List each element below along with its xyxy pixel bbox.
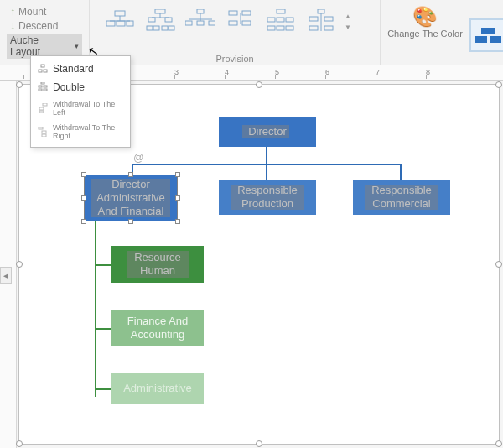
layout-thumb-2[interactable] bbox=[143, 5, 177, 39]
connector bbox=[95, 388, 111, 390]
mount-label: Mount bbox=[18, 6, 46, 18]
svg-rect-15 bbox=[197, 9, 204, 13]
resize-handle[interactable] bbox=[256, 81, 262, 88]
chevron-left-icon: ◄ bbox=[2, 271, 10, 280]
resize-handle[interactable] bbox=[16, 440, 23, 447]
selection-handle[interactable] bbox=[81, 219, 86, 224]
selection-handle[interactable] bbox=[128, 172, 133, 177]
change-color-button[interactable]: 🎨 Change The Color bbox=[387, 2, 463, 39]
dropdown-label: Withdrawal To The Right bbox=[53, 123, 123, 140]
selection-handle[interactable] bbox=[175, 195, 180, 201]
ruler-mark: 4 bbox=[225, 68, 229, 76]
org-node-hr[interactable]: Resource Human bbox=[111, 246, 204, 283]
gallery-scroll[interactable]: ▲ ▼ bbox=[345, 5, 353, 39]
svg-rect-44 bbox=[44, 86, 47, 87]
svg-rect-35 bbox=[309, 17, 318, 21]
svg-rect-26 bbox=[277, 9, 285, 13]
dropdown-item-standard[interactable]: Standard bbox=[31, 60, 130, 78]
svg-rect-42 bbox=[41, 82, 44, 84]
svg-rect-50 bbox=[39, 127, 43, 129]
layout-dropdown-menu: Standard Double Withdrawal To The Left W… bbox=[30, 55, 131, 148]
mount-button[interactable]: ↑ Mount bbox=[7, 5, 82, 18]
descend-label: Descend bbox=[18, 20, 58, 32]
org-node-label: Resource Human bbox=[117, 251, 199, 279]
svg-rect-12 bbox=[153, 26, 159, 30]
connector bbox=[95, 221, 96, 397]
svg-rect-39 bbox=[41, 65, 44, 67]
svg-rect-13 bbox=[162, 26, 168, 30]
dropdown-item-double[interactable]: Double bbox=[31, 78, 130, 96]
svg-rect-0 bbox=[115, 11, 125, 16]
selection-handle[interactable] bbox=[81, 195, 86, 201]
org-icon bbox=[38, 64, 48, 74]
svg-rect-33 bbox=[318, 9, 324, 13]
ruler-mark: 6 bbox=[325, 68, 329, 76]
selection-handle[interactable] bbox=[175, 219, 180, 224]
ruler-mark: 7 bbox=[376, 68, 380, 76]
svg-rect-36 bbox=[309, 26, 318, 30]
svg-rect-6 bbox=[155, 9, 165, 13]
svg-rect-5 bbox=[127, 21, 133, 26]
layout-thumb-3[interactable] bbox=[184, 5, 217, 39]
selection-handle[interactable] bbox=[81, 172, 86, 177]
connector bbox=[266, 147, 267, 164]
org-node-label: Director Administrative And Financial bbox=[90, 178, 172, 219]
svg-rect-22 bbox=[242, 11, 251, 15]
svg-rect-32 bbox=[286, 26, 293, 30]
layout-thumb-4[interactable] bbox=[224, 5, 257, 39]
dropdown-item-withdrawal-left[interactable]: Withdrawal To The Left bbox=[31, 96, 130, 120]
org-node-daf[interactable]: Director Administrative And Financial bbox=[85, 175, 177, 221]
chevron-down-icon: ▾ bbox=[75, 42, 79, 50]
connector bbox=[266, 164, 267, 180]
layout-label: Auche Layout bbox=[10, 34, 71, 58]
svg-rect-21 bbox=[229, 11, 237, 15]
selection-handle[interactable] bbox=[175, 172, 180, 177]
resize-handle[interactable] bbox=[256, 440, 262, 447]
svg-rect-37 bbox=[324, 17, 333, 21]
style-thumb[interactable] bbox=[469, 18, 503, 52]
resize-handle[interactable] bbox=[495, 81, 502, 88]
org-double-icon bbox=[38, 82, 48, 92]
resize-handle[interactable] bbox=[16, 81, 23, 88]
selection-handle[interactable] bbox=[128, 219, 133, 224]
svg-rect-51 bbox=[42, 131, 46, 133]
svg-rect-20 bbox=[209, 21, 215, 25]
dropdown-label: Standard bbox=[53, 63, 94, 75]
svg-rect-14 bbox=[169, 26, 174, 30]
at-marker: @ bbox=[133, 152, 143, 164]
layouts-gallery: ▲ ▼ bbox=[96, 2, 373, 39]
svg-rect-43 bbox=[39, 86, 42, 87]
svg-rect-47 bbox=[43, 103, 47, 106]
provision-section-label: Provision bbox=[90, 54, 380, 64]
page-nav-left[interactable]: ◄ bbox=[0, 267, 12, 284]
gallery-down-icon: ▼ bbox=[345, 23, 353, 31]
org-node-label: Responsible Commercial bbox=[358, 184, 445, 211]
org-node-commercial[interactable]: Responsible Commercial bbox=[353, 180, 450, 215]
layout-thumb-1[interactable] bbox=[103, 5, 137, 39]
dropdown-item-withdrawal-right[interactable]: Withdrawal To The Right bbox=[31, 120, 130, 143]
layout-thumb-5[interactable] bbox=[264, 5, 298, 39]
resize-handle[interactable] bbox=[495, 261, 502, 268]
org-left-icon bbox=[38, 103, 48, 113]
layout-thumb-6[interactable] bbox=[304, 5, 338, 39]
svg-rect-49 bbox=[39, 111, 44, 113]
org-node-administrative[interactable]: Administrative bbox=[111, 373, 204, 404]
org-node-production[interactable]: Responsible Production bbox=[219, 180, 316, 215]
org-node-director[interactable]: Director bbox=[219, 117, 316, 147]
vertical-ruler bbox=[0, 81, 17, 448]
svg-rect-46 bbox=[44, 89, 47, 91]
resize-handle[interactable] bbox=[495, 440, 502, 447]
ruler-mark: 3 bbox=[174, 68, 179, 76]
gallery-up-icon: ▲ bbox=[345, 13, 353, 20]
descend-button[interactable]: ↓ Descend bbox=[7, 19, 82, 33]
resize-handle[interactable] bbox=[16, 261, 23, 268]
arrow-down-icon: ↓ bbox=[10, 20, 15, 32]
ruler-mark: 8 bbox=[426, 68, 430, 76]
svg-rect-38 bbox=[324, 26, 333, 30]
connector bbox=[95, 328, 111, 330]
svg-rect-30 bbox=[267, 26, 275, 30]
svg-rect-10 bbox=[165, 18, 172, 22]
org-node-finance-accounting[interactable]: Finance And Accounting bbox=[111, 310, 204, 346]
change-color-label: Change The Color bbox=[387, 29, 463, 39]
svg-rect-40 bbox=[39, 70, 42, 72]
